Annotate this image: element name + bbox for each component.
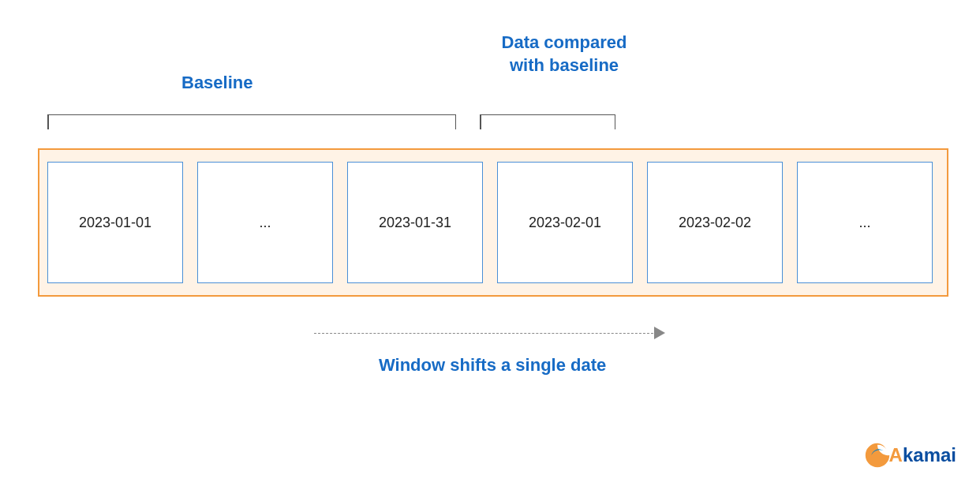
baseline-bracket [47, 114, 456, 129]
compared-bracket [480, 114, 615, 129]
akamai-wordmark: Akamai [889, 444, 956, 466]
arrow-head-icon [654, 327, 665, 339]
date-cell: ... [197, 162, 333, 283]
date-cell: 2023-02-01 [497, 162, 633, 283]
shift-arrow [314, 323, 665, 347]
arrow-line [314, 333, 653, 334]
compared-label: Data compared with baseline [485, 32, 643, 77]
date-cell: ... [797, 162, 933, 283]
akamai-swoosh-icon [862, 440, 892, 470]
window-box: 2023-01-01 ... 2023-01-31 2023-02-01 202… [38, 148, 948, 297]
date-cell: 2023-01-01 [47, 162, 183, 283]
akamai-logo: Akamai [862, 440, 956, 470]
date-cell: 2023-01-31 [347, 162, 483, 283]
baseline-label: Baseline [181, 73, 253, 93]
top-labels-row: Baseline Data compared with baseline [47, 32, 939, 142]
shift-label: Window shifts a single date [379, 355, 606, 376]
sliding-window-diagram: Baseline Data compared with baseline 202… [47, 32, 939, 142]
date-cell: 2023-02-02 [647, 162, 783, 283]
